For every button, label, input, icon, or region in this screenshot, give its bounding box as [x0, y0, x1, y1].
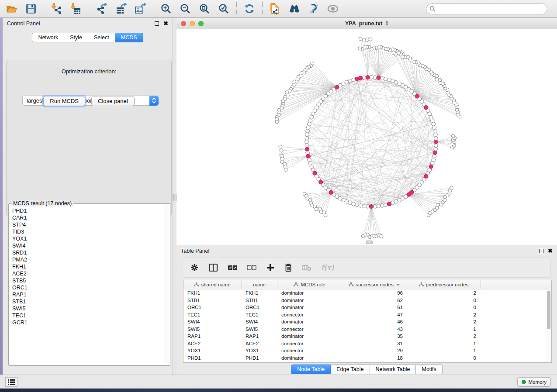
graph-node[interactable] — [305, 144, 309, 148]
graph-node[interactable] — [415, 94, 419, 98]
run-mcds-button[interactable]: Run MCDS — [43, 96, 85, 106]
graph-node[interactable] — [306, 151, 310, 155]
mcds-result-item[interactable]: FKH1 — [12, 263, 163, 270]
import-network-icon[interactable] — [50, 2, 63, 15]
graph-node[interactable] — [429, 165, 433, 168]
mcds-result-item[interactable]: TEC1 — [12, 312, 163, 319]
network-window-titlebar[interactable]: YPA_prune.txt_1 — [176, 18, 557, 29]
refresh-view-icon[interactable] — [243, 2, 256, 15]
mcds-result-item[interactable]: YOX1 — [12, 235, 163, 242]
close-panel-button[interactable]: Close panel — [91, 96, 135, 106]
graph-node[interactable] — [387, 202, 391, 206]
graph-node[interactable] — [305, 136, 309, 140]
tab-mcds[interactable]: MCDS — [115, 33, 143, 42]
graph-node[interactable] — [387, 78, 391, 82]
graph-node[interactable] — [436, 203, 439, 206]
table-row[interactable]: SWI5SWI5connector431 — [183, 326, 546, 333]
graph-node[interactable] — [450, 186, 453, 190]
table-row[interactable]: RAP1RAP1dominator352 — [183, 333, 546, 340]
delete-table-icon[interactable] — [302, 264, 311, 271]
graph-node[interactable] — [369, 38, 372, 41]
graph-node[interactable] — [392, 51, 395, 55]
function-builder-icon[interactable]: f(x) — [321, 263, 334, 272]
mcds-result-item[interactable]: PMA2 — [12, 256, 163, 263]
tab-style[interactable]: Style — [64, 33, 88, 42]
table-row[interactable]: SWI4SWI4dominator462 — [183, 318, 546, 326]
search-input[interactable] — [426, 3, 547, 14]
graph-node[interactable] — [384, 203, 388, 207]
vertical-splitter-grip[interactable] — [173, 194, 176, 201]
graph-node[interactable] — [380, 204, 384, 208]
save-session-icon[interactable] — [24, 2, 38, 15]
graph-node[interactable] — [432, 126, 436, 130]
close-panel-icon[interactable]: ✖ — [548, 249, 553, 253]
graph-node[interactable] — [306, 129, 310, 133]
graph-node[interactable] — [366, 204, 370, 208]
graph-node[interactable] — [365, 38, 369, 41]
mcds-result-item[interactable]: CAR1 — [12, 214, 163, 221]
graph-node[interactable] — [359, 204, 363, 208]
network-canvas[interactable] — [176, 29, 557, 245]
network-from-file-icon[interactable] — [269, 2, 282, 15]
graph-node[interactable] — [355, 77, 359, 81]
graph-node[interactable] — [370, 76, 374, 79]
graph-node[interactable] — [359, 76, 363, 80]
graph-node[interactable] — [362, 204, 366, 208]
graph-node[interactable] — [329, 190, 333, 194]
tab-edge-table[interactable]: Edge Table — [331, 364, 370, 374]
graph-node[interactable] — [362, 39, 366, 42]
tab-network[interactable]: Network — [32, 33, 64, 42]
graph-node[interactable] — [380, 76, 384, 80]
tab-node-table[interactable]: Node Table — [291, 364, 331, 374]
tab-select[interactable]: Select — [88, 33, 115, 42]
split-column-view-icon[interactable] — [208, 263, 218, 272]
zoom-out-icon[interactable] — [179, 2, 192, 15]
horizontal-splitter-grip[interactable] — [366, 241, 373, 244]
column-header-name[interactable]: name — [242, 280, 277, 289]
graph-node[interactable] — [424, 106, 428, 110]
graph-node[interactable] — [348, 201, 352, 205]
export-network-icon[interactable] — [95, 2, 108, 15]
graph-node[interactable] — [434, 147, 438, 151]
mcds-result-item[interactable]: STB1 — [12, 298, 163, 305]
graph-node[interactable] — [284, 168, 287, 172]
graph-node[interactable] — [313, 171, 317, 175]
float-window-icon[interactable] — [539, 249, 543, 253]
tab-motifs[interactable]: Motifs — [416, 364, 442, 374]
mcds-result-item[interactable]: PHD1 — [12, 207, 163, 214]
graph-node[interactable] — [377, 76, 381, 79]
mcds-result-item[interactable]: RAP1 — [12, 291, 163, 298]
mcds-result-item[interactable]: STP4 — [12, 221, 163, 228]
graph-node[interactable] — [424, 174, 428, 178]
graph-node[interactable] — [362, 76, 366, 80]
toggle-graphics-details-icon[interactable] — [307, 2, 320, 15]
import-table-icon[interactable] — [69, 2, 83, 15]
graph-node[interactable] — [433, 129, 437, 133]
table-row[interactable]: FKH1FKH1dominator962 — [183, 289, 546, 297]
graph-node[interactable] — [307, 158, 311, 162]
graph-node[interactable] — [355, 203, 359, 207]
graph-node[interactable] — [285, 91, 289, 94]
tab-network-table[interactable]: Network Table — [370, 364, 416, 374]
zoom-selected-icon[interactable] — [217, 2, 230, 15]
graph-node[interactable] — [366, 76, 370, 79]
graph-node[interactable] — [377, 204, 381, 208]
graph-node[interactable] — [434, 133, 438, 137]
mcds-result-list[interactable]: PHD1CAR1STP4TID3YOX1SWI4SRD1PMA2FKH1ACE2… — [10, 206, 163, 364]
graph-node[interactable] — [432, 155, 436, 158]
table-row[interactable]: STB1STB1dominator620 — [183, 297, 546, 304]
zoom-in-icon[interactable] — [159, 2, 173, 15]
graph-node[interactable] — [380, 234, 383, 238]
mcds-result-item[interactable]: GCR1 — [12, 319, 163, 326]
graph-node[interactable] — [315, 207, 318, 211]
table-row[interactable]: TEC1TEC1connector472 — [183, 311, 546, 319]
table-row[interactable]: ORC1ORC1dominator610 — [183, 304, 546, 311]
add-column-icon[interactable] — [266, 263, 275, 272]
graph-node[interactable] — [305, 140, 309, 144]
graph-node[interactable] — [352, 202, 356, 206]
float-window-icon[interactable] — [155, 21, 159, 26]
graph-node[interactable] — [275, 120, 279, 124]
graph-node[interactable] — [434, 136, 438, 140]
graph-node[interactable] — [305, 147, 309, 151]
column-header-successor-nodes[interactable]: successor nodes — [342, 280, 407, 289]
